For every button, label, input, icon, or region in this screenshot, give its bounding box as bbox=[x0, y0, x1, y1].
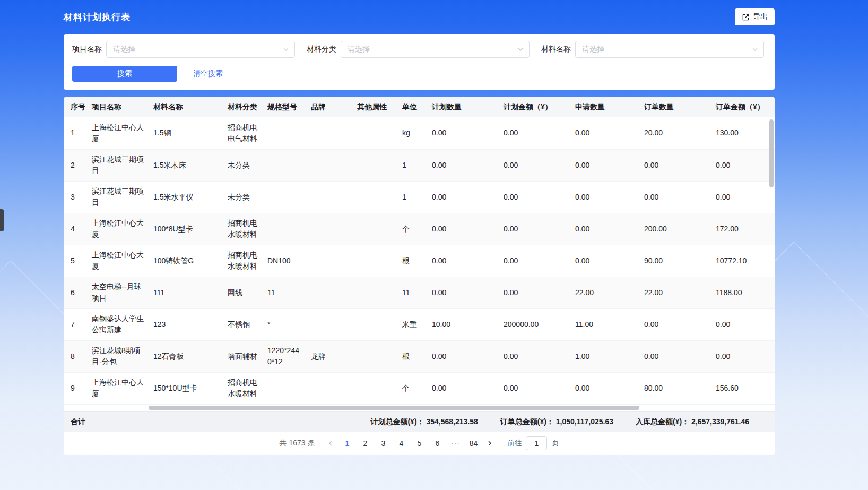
table-cell: 11 bbox=[395, 277, 425, 308]
table-row[interactable]: 5上海松江中心大厦100铸铁管G招商机电水暖材料DN100根0.000.000.… bbox=[64, 245, 775, 277]
previous-page-button[interactable] bbox=[323, 436, 338, 451]
table-cell: 上海松江中心大厦 bbox=[85, 213, 146, 245]
summary-item: 订单总金额(¥)： 1,050,117,025.63 bbox=[500, 417, 613, 427]
search-button[interactable]: 搜索 bbox=[72, 66, 177, 82]
goto-page-input[interactable] bbox=[526, 436, 547, 450]
page-button[interactable]: 4 bbox=[394, 436, 409, 451]
page-button[interactable]: 3 bbox=[376, 436, 390, 451]
filter-group-material-category: 材料分类 请选择 bbox=[307, 41, 530, 58]
export-icon bbox=[742, 13, 750, 21]
page-button[interactable]: 84 bbox=[466, 436, 481, 451]
filter-group-material-name: 材料名称 请选择 bbox=[541, 41, 764, 58]
filter-group-project: 项目名称 请选择 bbox=[72, 41, 295, 58]
table-cell: 个 bbox=[395, 213, 425, 245]
table-cell: 0.00 bbox=[568, 181, 637, 213]
table-row[interactable]: 3滨江花城三期项目1.5米水平仪未分类10.000.000.000.000.00 bbox=[64, 181, 775, 213]
table-row[interactable]: 6太空电梯--月球项目111网线11110.000.0022.0022.0011… bbox=[64, 277, 775, 308]
material-category-select[interactable]: 请选择 bbox=[341, 41, 530, 58]
table-cell: 招商机电水暖材料 bbox=[221, 245, 261, 277]
column-header: 计划数量 bbox=[425, 97, 497, 117]
table-cell: 20.00 bbox=[637, 117, 709, 149]
page-button[interactable]: 1 bbox=[340, 436, 354, 451]
horizontal-scrollbar[interactable] bbox=[149, 406, 639, 410]
vertical-scrollbar[interactable] bbox=[769, 119, 774, 187]
table-cell: 0.00 bbox=[709, 308, 775, 340]
table-cell: 0.00 bbox=[637, 308, 709, 340]
column-header: 单位 bbox=[395, 97, 425, 117]
summary-row: 合计 计划总金额(¥)： 354,568,213.58订单总金额(¥)： 1,0… bbox=[64, 411, 775, 432]
export-button[interactable]: 导出 bbox=[735, 8, 775, 25]
table-cell: 招商机电水暖材料 bbox=[221, 213, 261, 245]
table-cell: 墙面辅材 bbox=[221, 340, 261, 372]
table-cell: * bbox=[261, 308, 304, 340]
table-cell: 0.00 bbox=[637, 149, 709, 181]
table-cell: 0.00 bbox=[497, 181, 568, 213]
table-cell: 0.00 bbox=[497, 372, 568, 404]
table-cell: 0.00 bbox=[568, 117, 637, 149]
table-cell: 0.00 bbox=[497, 149, 568, 181]
summary-item: 计划总金额(¥)： 354,568,213.58 bbox=[370, 417, 478, 427]
table-cell bbox=[304, 149, 350, 181]
table-cell: 6 bbox=[64, 277, 85, 308]
clear-search-button[interactable]: 清空搜索 bbox=[190, 68, 226, 79]
page-title: 材料计划执行表 bbox=[64, 11, 131, 23]
table-cell: 123 bbox=[146, 308, 221, 340]
table-cell: 0.00 bbox=[568, 245, 637, 277]
table-row[interactable]: 4上海松江中心大厦100*8U型卡招商机电水暖材料个0.000.000.0020… bbox=[64, 213, 775, 245]
table-cell: 0.00 bbox=[709, 181, 775, 213]
filter-label-material-category: 材料分类 bbox=[307, 45, 336, 54]
project-name-select[interactable]: 请选择 bbox=[106, 41, 295, 58]
table-cell: 22.00 bbox=[637, 277, 709, 308]
table-cell bbox=[261, 213, 304, 245]
table-cell: 8 bbox=[64, 340, 85, 372]
table-cell: 未分类 bbox=[221, 181, 261, 213]
column-header: 品牌 bbox=[304, 97, 350, 117]
column-header: 规格型号 bbox=[261, 97, 304, 117]
table-row[interactable]: 2滨江花城三期项目1.5米木床未分类10.000.000.000.000.00 bbox=[64, 149, 775, 181]
filter-actions: 搜索 清空搜索 bbox=[72, 66, 766, 82]
filter-fields: 项目名称 请选择 材料分类 请选择 材料名称 bbox=[72, 41, 766, 58]
table-cell: 100*8U型卡 bbox=[146, 213, 221, 245]
material-name-select[interactable]: 请选择 bbox=[575, 41, 764, 58]
table-row[interactable]: 8滨江花城8期项目-分包12石膏板墙面辅材1220*2440*12龙牌根0.00… bbox=[64, 340, 775, 372]
filter-label-material-name: 材料名称 bbox=[541, 45, 571, 54]
table-cell: 172.00 bbox=[709, 213, 775, 245]
pagination-total: 共 1673 条 bbox=[280, 439, 315, 448]
table-cell: 1220*2440*12 bbox=[261, 340, 304, 372]
next-page-button[interactable] bbox=[482, 436, 497, 451]
table-cell bbox=[304, 277, 350, 308]
summary-label: 合计 bbox=[71, 417, 85, 427]
table-cell: 0.00 bbox=[425, 245, 497, 277]
page-button[interactable]: 2 bbox=[358, 436, 372, 451]
table-cell: 未分类 bbox=[221, 149, 261, 181]
select-placeholder: 请选择 bbox=[348, 45, 370, 54]
table-cell: 0.00 bbox=[568, 213, 637, 245]
table-row[interactable]: 7南钢盛达大学生公寓新建123不锈钢*米重10.00200000.0011.00… bbox=[64, 308, 775, 340]
filter-panel: 项目名称 请选择 材料分类 请选择 材料名称 bbox=[64, 34, 775, 90]
table-cell: 0.00 bbox=[425, 340, 497, 372]
table-row[interactable]: 1上海松江中心大厦1.5钢招商机电电气材料kg0.000.000.0020.00… bbox=[64, 117, 775, 149]
table-cell bbox=[350, 372, 395, 404]
page-button[interactable]: 5 bbox=[412, 436, 427, 451]
drawer-handle[interactable] bbox=[0, 209, 4, 231]
top-bar: 材料计划执行表 导出 bbox=[64, 0, 775, 34]
pagination-ellipsis[interactable]: ··· bbox=[448, 436, 463, 451]
table-cell: DN100 bbox=[261, 245, 304, 277]
goto-suffix: 页 bbox=[551, 439, 559, 448]
table-cell bbox=[261, 181, 304, 213]
table-cell: 个 bbox=[395, 372, 425, 404]
column-header: 订单金额（¥） bbox=[709, 97, 775, 117]
table-cell: 12石膏板 bbox=[146, 340, 221, 372]
page-button[interactable]: 6 bbox=[430, 436, 445, 451]
column-header: 订单数量 bbox=[637, 97, 709, 117]
table-cell: kg bbox=[395, 117, 425, 149]
select-placeholder: 请选择 bbox=[113, 45, 135, 54]
chevron-down-icon bbox=[517, 46, 524, 53]
table-row[interactable]: 9上海松江中心大厦150*10U型卡招商机电水暖材料个0.000.000.008… bbox=[64, 372, 775, 404]
goto-page: 前往 页 bbox=[507, 436, 559, 450]
material-plan-table: 序号项目名称材料名称材料分类规格型号品牌其他属性单位计划数量计划金额（¥）申请数… bbox=[64, 97, 775, 405]
table-cell: 90.00 bbox=[637, 245, 709, 277]
table-cell bbox=[261, 372, 304, 404]
table-body: 1上海松江中心大厦1.5钢招商机电电气材料kg0.000.000.0020.00… bbox=[64, 117, 775, 404]
table-cell: 0.00 bbox=[497, 277, 568, 308]
